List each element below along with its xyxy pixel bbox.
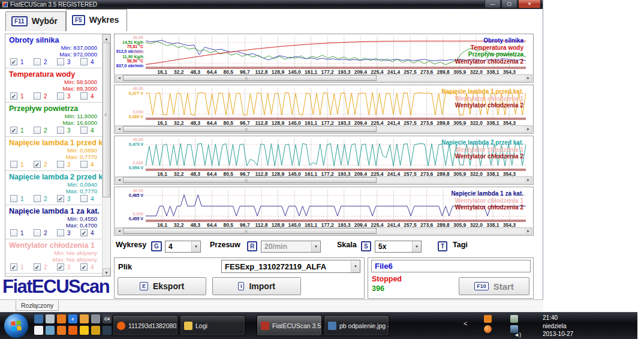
- checkbox[interactable]: [80, 195, 88, 202]
- notepad-icon[interactable]: [34, 326, 43, 335]
- taskbar-button[interactable]: FiatECUScan 3.5 RE...: [257, 315, 322, 336]
- checkbox[interactable]: [80, 92, 88, 100]
- chevron-down-icon[interactable]: ▼: [191, 241, 200, 252]
- checkbox[interactable]: ✓: [57, 195, 64, 202]
- skype-icon[interactable]: [57, 314, 66, 323]
- checkbox[interactable]: [34, 229, 41, 236]
- checkbox[interactable]: ✓: [80, 263, 88, 271]
- checkbox[interactable]: ✓: [10, 263, 17, 271]
- scroll-right-icon[interactable]: ►: [525, 75, 532, 81]
- checkbox[interactable]: ✓: [34, 161, 41, 168]
- parameter-title: Napięcie lambda 2 przed kat.: [9, 173, 107, 181]
- scrollbar-thumb[interactable]: [103, 43, 110, 197]
- chart-scrollbar[interactable]: ◄►: [115, 227, 532, 235]
- eksport-button[interactable]: E Eksport: [118, 277, 206, 295]
- checkbox[interactable]: ✓: [57, 263, 64, 271]
- start-button[interactable]: F10 Start: [459, 277, 529, 295]
- ie-icon[interactable]: e: [68, 314, 77, 323]
- scroll-left-icon[interactable]: ◄: [116, 75, 123, 81]
- checkbox[interactable]: [57, 161, 64, 168]
- import-button[interactable]: I Import: [212, 277, 301, 295]
- parameter-title: Obroty silnika: [9, 36, 107, 44]
- scroll-up-icon[interactable]: ▲: [103, 34, 110, 42]
- legend-entry: Obroty silnika: [455, 37, 523, 44]
- chevron-down-icon[interactable]: ▼: [311, 241, 320, 252]
- scroll-left-icon[interactable]: ◄: [116, 126, 123, 132]
- taskbar-button[interactable]: Logi: [180, 315, 245, 336]
- firefox-icon[interactable]: [68, 326, 77, 335]
- taskbar-button[interactable]: pb odpalenie.jpg - P...: [324, 315, 389, 336]
- tray-app-icon[interactable]: [484, 325, 492, 333]
- skala-select[interactable]: 5x ▼: [375, 241, 422, 253]
- scrollbar-thumb[interactable]: [123, 177, 377, 183]
- checkbox[interactable]: [10, 161, 17, 168]
- checkbox[interactable]: ✓: [10, 58, 17, 65]
- tray-update-icon[interactable]: [484, 315, 492, 323]
- plik-select[interactable]: FESExp_1310272119_ALFA ▼: [221, 260, 360, 273]
- checkbox[interactable]: [80, 161, 88, 168]
- tray-network-icon[interactable]: [510, 315, 518, 323]
- checkbox[interactable]: [57, 58, 64, 65]
- chart-scrollbar[interactable]: ◄►: [115, 176, 532, 184]
- g-key-badge: G: [151, 241, 162, 251]
- scroll-left-icon[interactable]: ◄: [116, 177, 123, 183]
- scrollbar-thumb[interactable]: [123, 75, 377, 81]
- parameter-min: Min: 0,4550: [66, 215, 97, 222]
- legend-entry: Przepływ powietrza: [455, 51, 523, 58]
- scrollbar-thumb[interactable]: [123, 126, 377, 132]
- tab-wykres[interactable]: F5 Wykres: [66, 9, 127, 31]
- chart-scrollbar[interactable]: ◄►: [115, 74, 532, 82]
- checkbox[interactable]: [10, 229, 17, 236]
- chevron-down-icon[interactable]: ▼: [412, 241, 421, 252]
- tab-wybor[interactable]: F11 Wybór: [5, 11, 66, 31]
- bag-icon[interactable]: [91, 326, 100, 335]
- tray-volume-icon[interactable]: ◄): [514, 332, 521, 338]
- checkbox[interactable]: [34, 92, 41, 100]
- fiatecuscan-logo: FiatECUScan: [2, 276, 112, 298]
- checkbox[interactable]: [34, 58, 41, 65]
- checkbox[interactable]: ✓: [34, 263, 41, 271]
- scroll-right-icon[interactable]: ►: [525, 126, 532, 132]
- taskbar-button[interactable]: 111293d1382080194...: [113, 315, 178, 336]
- checkbox-group: 1: [10, 195, 34, 202]
- checkbox[interactable]: [57, 92, 64, 100]
- start-button-orb[interactable]: [4, 314, 28, 338]
- checkbox-row: 123✓4: [10, 229, 104, 236]
- taskbar-clock[interactable]: 21:40 niedziela 2013-10-27: [543, 314, 573, 338]
- tray-expander-icon[interactable]: <: [464, 320, 467, 327]
- sidebar-scrollbar[interactable]: ▲ ▼: [102, 34, 110, 276]
- checkbox[interactable]: ✓: [80, 229, 88, 236]
- sphere-icon[interactable]: [46, 326, 55, 335]
- maximize-button[interactable]: ▢: [501, 0, 517, 8]
- scroll-right-icon[interactable]: ►: [525, 177, 532, 183]
- minimize-button[interactable]: —: [484, 0, 501, 8]
- remote-desktop-icon[interactable]: [34, 314, 43, 323]
- picasa-icon[interactable]: [57, 326, 66, 335]
- photoshop-icon[interactable]: [103, 326, 112, 335]
- checkbox[interactable]: [80, 58, 88, 65]
- media-player-icon[interactable]: [80, 314, 89, 323]
- checkbox[interactable]: ✓: [10, 127, 17, 134]
- explorer-icon[interactable]: [46, 314, 55, 323]
- checkbox[interactable]: [34, 127, 41, 134]
- chart-scrollbar[interactable]: ◄►: [115, 125, 532, 133]
- scroll-right-icon[interactable]: ►: [525, 228, 532, 234]
- checkbox[interactable]: [34, 195, 41, 202]
- close-button[interactable]: ✕: [518, 0, 541, 8]
- checkbox-row: ✓1234: [10, 92, 104, 100]
- checkbox[interactable]: [57, 127, 64, 134]
- scroll-down-icon[interactable]: ▼: [103, 268, 110, 276]
- wykresy-select[interactable]: 4 ▼: [165, 241, 201, 253]
- scrollbar-thumb[interactable]: [123, 228, 377, 234]
- chevron-down-icon[interactable]: ▼: [351, 260, 360, 272]
- checkbox[interactable]: [10, 195, 17, 202]
- checkbox[interactable]: [57, 229, 64, 236]
- parameter-max: Max: Nie aktywny: [53, 256, 97, 263]
- checkbox[interactable]: [80, 127, 88, 134]
- checkbox[interactable]: ✓: [10, 92, 17, 100]
- przesuw-select[interactable]: 20/min ▼: [261, 241, 321, 253]
- sun-icon[interactable]: [80, 326, 89, 335]
- scroll-left-icon[interactable]: ◄: [116, 228, 123, 234]
- pen-icon[interactable]: [91, 314, 100, 323]
- c4-icon[interactable]: C4: [103, 314, 112, 323]
